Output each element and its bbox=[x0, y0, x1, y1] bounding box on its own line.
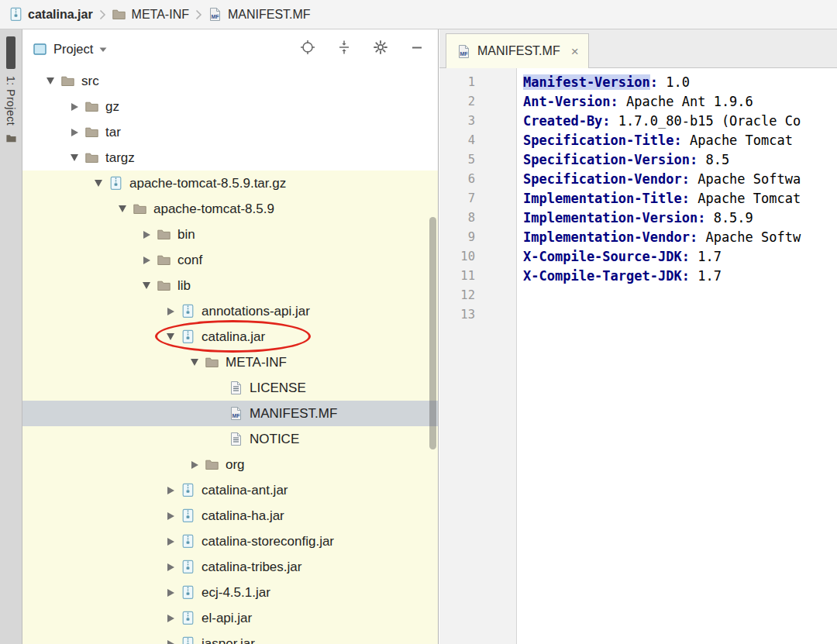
line-number: 9 bbox=[439, 228, 475, 247]
tree-expand-toggle-icon[interactable] bbox=[163, 483, 178, 498]
tree-expand-toggle-icon[interactable] bbox=[163, 304, 178, 319]
jar-icon bbox=[180, 534, 195, 549]
folder-icon bbox=[156, 227, 171, 243]
tree-item-label: catalina-storeconfig.jar bbox=[202, 534, 339, 549]
jar-icon bbox=[180, 508, 195, 524]
tree-item-label: bin bbox=[177, 227, 200, 243]
tree-expand-toggle-icon[interactable] bbox=[67, 125, 82, 140]
folder-icon bbox=[156, 278, 171, 294]
breadcrumb-item-catalina-jar[interactable]: catalina.jar bbox=[8, 7, 93, 22]
tree-item-lib[interactable]: lib bbox=[22, 273, 438, 298]
tree-item-el-api-jar[interactable]: el-api.jar bbox=[22, 605, 438, 631]
tree-item-catalina-jar[interactable]: catalina.jar bbox=[22, 324, 438, 350]
tree-item-label: ecj-4.5.1.jar bbox=[202, 585, 275, 601]
folder-icon bbox=[204, 355, 219, 370]
tree-item-label: catalina.jar bbox=[202, 329, 270, 345]
tree-item-gz[interactable]: gz bbox=[22, 94, 438, 119]
tree-expand-toggle-icon[interactable] bbox=[163, 508, 178, 524]
project-folder-icon bbox=[5, 133, 17, 144]
tree-item-apache-tomcat-8-5-9-tar-gz[interactable]: apache-tomcat-8.5.9.tar.gz bbox=[22, 170, 438, 196]
settings-button[interactable] bbox=[372, 40, 389, 57]
project-view-selector[interactable]: Project bbox=[32, 41, 108, 57]
tree-item-jasper-jar[interactable]: jasper.jar bbox=[22, 631, 438, 644]
tree-collapse-toggle-icon[interactable] bbox=[115, 201, 130, 217]
editor-line-8: Implementation-Version: 8.5.9 bbox=[523, 208, 837, 228]
tree-item-conf[interactable]: conf bbox=[22, 247, 438, 273]
tree-expand-toggle-icon[interactable] bbox=[67, 99, 82, 115]
project-view-icon bbox=[32, 41, 47, 57]
tree-item-catalina-tribes-jar[interactable]: catalina-tribes.jar bbox=[22, 554, 438, 580]
collapse-all-button[interactable] bbox=[336, 40, 353, 57]
jar-icon bbox=[180, 560, 195, 575]
tree-scrollbar[interactable] bbox=[429, 217, 436, 449]
line-number: 1 bbox=[439, 73, 475, 92]
jar-icon bbox=[180, 304, 195, 319]
tree-item-src[interactable]: src bbox=[22, 68, 438, 94]
textfile-icon bbox=[228, 381, 243, 396]
tree-item-label: src bbox=[81, 74, 104, 89]
tool-stripe-project-button[interactable]: 1: Project bbox=[5, 76, 17, 126]
breadcrumb-item-manifest-mf[interactable]: MFMANIFEST.MF bbox=[208, 7, 311, 22]
locate-button[interactable] bbox=[299, 40, 316, 57]
tree-item-annotations-api-jar[interactable]: annotations-api.jar bbox=[22, 298, 438, 324]
tree-item-license[interactable]: LICENSE bbox=[22, 375, 438, 401]
tree-expand-toggle-icon[interactable] bbox=[163, 611, 178, 626]
tree-item-notice[interactable]: NOTICE bbox=[22, 426, 438, 452]
tree-item-tar[interactable]: tar bbox=[22, 119, 438, 145]
tree-item-catalina-ant-jar[interactable]: catalina-ant.jar bbox=[22, 477, 438, 503]
svg-text:MF: MF bbox=[460, 50, 468, 56]
textfile-icon bbox=[228, 432, 243, 447]
tree-expand-toggle-icon[interactable] bbox=[163, 636, 178, 644]
tree-item-catalina-ha-jar[interactable]: catalina-ha.jar bbox=[22, 503, 438, 529]
tree-item-label: catalina-ant.jar bbox=[202, 483, 293, 498]
collapse-all-icon bbox=[336, 40, 352, 58]
settings-icon bbox=[373, 40, 388, 58]
tree-collapse-toggle-icon[interactable] bbox=[67, 150, 82, 166]
tree-collapse-toggle-icon[interactable] bbox=[43, 74, 58, 89]
editor-line-3: Created-By: 1.7.0_80-b15 (Oracle Co bbox=[523, 112, 837, 131]
tree-expand-toggle-icon[interactable] bbox=[163, 534, 178, 549]
tree-item-meta-inf[interactable]: META-INF bbox=[22, 350, 438, 375]
breadcrumb-item-meta-inf[interactable]: META-INF bbox=[112, 7, 189, 22]
tree-item-org[interactable]: org bbox=[22, 452, 438, 477]
tree-item-apache-tomcat-8-5-9[interactable]: apache-tomcat-8.5.9 bbox=[22, 196, 438, 222]
tree-collapse-toggle-icon[interactable] bbox=[91, 176, 106, 191]
tree-item-label: catalina-tribes.jar bbox=[202, 560, 306, 575]
tree-item-label: LICENSE bbox=[250, 381, 311, 396]
tree-item-targz[interactable]: targz bbox=[22, 145, 438, 170]
line-number: 2 bbox=[439, 92, 475, 112]
tree-expand-toggle-icon[interactable] bbox=[163, 560, 178, 575]
tree-item-label: targz bbox=[105, 150, 140, 166]
tree-item-ecj-4-5-1-jar[interactable]: ecj-4.5.1.jar bbox=[22, 580, 438, 605]
jar-icon bbox=[8, 7, 23, 22]
tree-expand-toggle-icon[interactable] bbox=[187, 457, 202, 473]
tree-expand-toggle-icon[interactable] bbox=[139, 253, 154, 268]
tree-collapse-toggle-icon[interactable] bbox=[163, 329, 178, 345]
tab-close-icon[interactable]: × bbox=[571, 45, 579, 58]
tree-item-catalina-storeconfig-jar[interactable]: catalina-storeconfig.jar bbox=[22, 529, 438, 554]
svg-text:MF: MF bbox=[232, 413, 240, 418]
chevron-down-icon[interactable] bbox=[98, 42, 108, 56]
folder-icon bbox=[112, 7, 127, 22]
tab-manifest-mf[interactable]: MF MANIFEST.MF × bbox=[446, 33, 589, 68]
editor-content[interactable]: Manifest-Version: 1.0Ant-Version: Apache… bbox=[517, 68, 837, 644]
hide-button[interactable] bbox=[408, 40, 425, 57]
folder-icon bbox=[84, 99, 99, 115]
line-number: 4 bbox=[439, 131, 475, 150]
tree-item-label: catalina-ha.jar bbox=[202, 508, 289, 524]
tree-item-manifest-mf[interactable]: MFMANIFEST.MF bbox=[22, 401, 438, 426]
tree-indent-spacer bbox=[211, 432, 226, 447]
breadcrumb-label: catalina.jar bbox=[28, 8, 93, 22]
tree-collapse-toggle-icon[interactable] bbox=[139, 278, 154, 294]
tree-collapse-toggle-icon[interactable] bbox=[187, 355, 202, 370]
line-number: 3 bbox=[439, 112, 475, 131]
tree-item-bin[interactable]: bin bbox=[22, 222, 438, 247]
tree-expand-toggle-icon[interactable] bbox=[139, 227, 154, 243]
project-view-title: Project bbox=[53, 42, 93, 57]
breadcrumb-separator-icon bbox=[98, 9, 106, 20]
folder-icon bbox=[84, 125, 99, 140]
tree-expand-toggle-icon[interactable] bbox=[163, 585, 178, 601]
hide-icon bbox=[409, 40, 425, 58]
editor-line-7: Implementation-Title: Apache Tomcat bbox=[523, 189, 837, 208]
editor-line-13 bbox=[523, 305, 837, 325]
